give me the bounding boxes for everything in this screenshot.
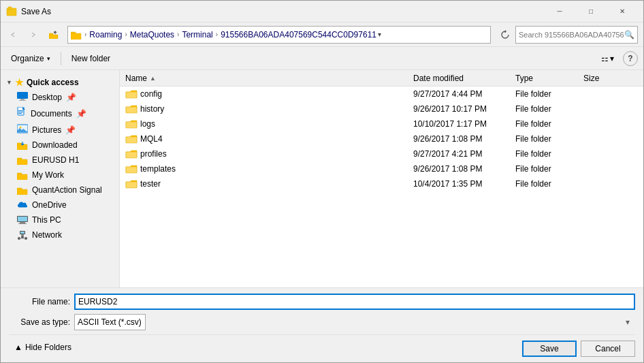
minimize-button[interactable]: ─ — [544, 1, 575, 22]
back-button[interactable] — [3, 26, 22, 44]
sidebar-quick-access-header[interactable]: ▼ ★ Quick access — [1, 73, 119, 89]
organize-button[interactable]: Organize ▾ — [6, 51, 55, 66]
close-button[interactable]: ✕ — [607, 1, 638, 22]
file-list: Name ▲ Date modified Type Size — [120, 70, 643, 287]
svg-rect-5 — [71, 33, 81, 40]
network-icon — [17, 230, 28, 240]
hide-folders-button[interactable]: ▲ Hide Folders — [9, 340, 77, 355]
view-icon: ⚏ — [601, 54, 609, 63]
back-icon — [10, 31, 16, 38]
svg-rect-20 — [17, 174, 27, 180]
view-dropdown-icon: ▾ — [610, 54, 614, 63]
search-input[interactable] — [519, 31, 624, 39]
table-row[interactable]: profiles 9/27/2017 4:21 PM File folder — [120, 146, 643, 161]
filename-row: File name: — [9, 294, 635, 310]
table-row[interactable]: history 9/26/2017 10:17 PM File folder — [120, 101, 643, 116]
sidebar-item-desktop[interactable]: Desktop 📌 — [1, 89, 119, 105]
breadcrumb-dropdown-icon[interactable]: ▾ — [378, 31, 381, 38]
folder-icon — [125, 178, 138, 190]
table-row[interactable]: templates 9/26/2017 1:08 PM File folder — [120, 161, 643, 176]
breadcrumb-hash[interactable]: 915566BA06ADA407569C544CC0D97611 — [221, 30, 376, 40]
filename-input[interactable] — [74, 294, 635, 310]
breadcrumb-roaming[interactable]: Roaming — [89, 30, 122, 40]
quick-access-chevron: ▼ — [6, 79, 12, 86]
svg-rect-28 — [20, 232, 25, 234]
downloaded-icon — [17, 140, 28, 151]
filename-label: File name: — [9, 297, 70, 306]
table-row[interactable]: MQL4 9/26/2017 1:08 PM File folder — [120, 131, 643, 146]
sidebar-item-quantaction[interactable]: QuantAction Signal — [1, 183, 119, 198]
sidebar-item-network[interactable]: Network — [1, 227, 119, 242]
view-options-button[interactable]: ⚏ ▾ — [598, 51, 617, 66]
bottom-footer: ▲ Hide Folders Save Cancel — [9, 334, 635, 357]
dialog-buttons: Save Cancel — [522, 341, 635, 357]
table-row[interactable]: logs 10/10/2017 1:17 PM File folder — [120, 116, 643, 131]
savetype-row: Save as type: ASCII Text (*.csv) — [9, 314, 635, 330]
eurusd-folder-icon — [17, 155, 28, 165]
table-row[interactable]: config 9/27/2017 4:44 PM File folder — [120, 86, 643, 101]
svg-rect-1 — [8, 7, 12, 10]
refresh-button[interactable] — [496, 26, 514, 44]
action-bar: Organize ▾ New folder ⚏ ▾ ? — [1, 47, 643, 70]
svg-rect-18 — [17, 159, 27, 165]
search-icon: 🔍 — [624, 30, 634, 40]
svg-point-30 — [21, 236, 24, 238]
dialog-title: Save As — [21, 7, 544, 16]
bottom-section: File name: Save as type: ASCII Text (*.c… — [1, 287, 643, 362]
content-wrapper: Organize ▾ New folder ⚏ ▾ ? ▼ — [1, 47, 643, 287]
save-as-dialog: Save As ─ □ ✕ › — [0, 0, 644, 363]
folder-icon — [125, 163, 138, 175]
forward-icon — [30, 31, 37, 38]
pictures-pin-icon: 📌 — [65, 125, 76, 135]
savetype-label: Save as type: — [9, 317, 70, 327]
navigation-toolbar: › Roaming › MetaQuotes › Terminal › 9155… — [1, 22, 643, 47]
svg-rect-6 — [17, 92, 28, 99]
column-size[interactable]: Size — [583, 74, 638, 83]
sidebar-item-mywork[interactable]: My Work — [1, 168, 119, 183]
quick-access-star-icon: ★ — [15, 77, 24, 88]
up-button[interactable] — [44, 26, 63, 44]
maximize-button[interactable]: □ — [575, 1, 607, 22]
dialog-icon — [6, 6, 17, 17]
desktop-pin-icon: 📌 — [66, 93, 76, 102]
name-sort-arrow: ▲ — [150, 75, 156, 82]
help-button[interactable]: ? — [623, 51, 638, 66]
svg-rect-11 — [18, 112, 23, 112]
sidebar-item-downloaded[interactable]: Downloaded — [1, 138, 119, 153]
breadcrumb-bar[interactable]: › Roaming › MetaQuotes › Terminal › 9155… — [67, 26, 491, 44]
onedrive-icon — [17, 200, 28, 210]
breadcrumb-metaquotes[interactable]: MetaQuotes — [130, 30, 174, 40]
svg-rect-12 — [18, 113, 22, 114]
sidebar-item-documents[interactable]: Documents 📌 — [1, 105, 119, 122]
new-folder-button[interactable]: New folder — [67, 51, 115, 66]
sidebar-item-thispc[interactable]: This PC — [1, 212, 119, 227]
svg-rect-24 — [18, 217, 27, 221]
save-button[interactable]: Save — [522, 341, 577, 357]
table-row[interactable]: tester 10/4/2017 1:35 PM File folder — [120, 176, 643, 191]
forward-button[interactable] — [24, 26, 43, 44]
toolbar-separator — [61, 52, 61, 65]
svg-rect-26 — [18, 223, 27, 224]
svg-rect-10 — [18, 110, 23, 111]
folder-icon — [125, 133, 138, 145]
sidebar-item-onedrive[interactable]: OneDrive — [1, 198, 119, 212]
breadcrumb-terminal[interactable]: Terminal — [182, 30, 212, 40]
folder-nav-icon — [71, 30, 82, 40]
column-date[interactable]: Date modified — [413, 74, 515, 83]
refresh-icon — [500, 30, 510, 40]
cancel-button[interactable]: Cancel — [581, 341, 635, 357]
thispc-icon — [17, 215, 28, 225]
documents-icon — [17, 107, 27, 120]
desktop-icon — [17, 91, 28, 103]
sidebar-item-eurusd[interactable]: EURUSD H1 — [1, 153, 119, 168]
svg-rect-22 — [17, 189, 27, 195]
column-type[interactable]: Type — [515, 74, 583, 83]
column-name[interactable]: Name ▲ — [125, 74, 413, 83]
svg-rect-3 — [49, 35, 58, 39]
main-area: ▼ ★ Quick access Desktop 📌 Documents — [1, 70, 643, 287]
quantaction-folder-icon — [17, 185, 28, 195]
sidebar-item-pictures[interactable]: Pictures 📌 — [1, 122, 119, 138]
search-bar: 🔍 — [515, 26, 638, 44]
mywork-folder-icon — [17, 170, 28, 180]
savetype-select[interactable]: ASCII Text (*.csv) — [74, 314, 146, 330]
